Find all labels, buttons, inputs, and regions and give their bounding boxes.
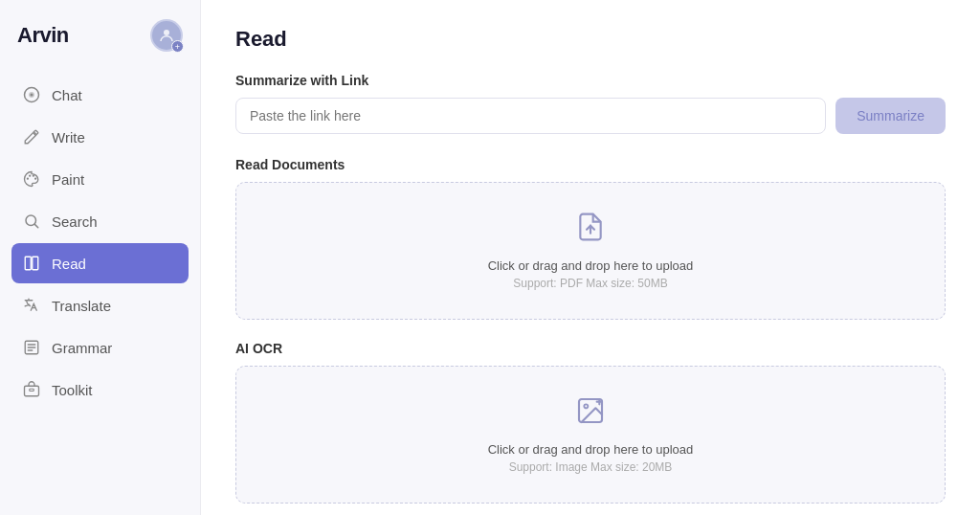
ai-ocr-section: AI OCR Click or drag and drop here to up… xyxy=(235,341,946,504)
sidebar: Arvin + Chat xyxy=(0,0,201,515)
svg-point-16 xyxy=(584,404,588,408)
main-content: Read Summarize with Link Summarize Read … xyxy=(201,0,980,515)
svg-point-4 xyxy=(27,178,29,180)
link-input[interactable] xyxy=(235,98,826,134)
summarize-section: Summarize with Link Summarize xyxy=(235,73,946,134)
avatar[interactable]: + xyxy=(150,19,183,52)
sidebar-nav: Chat Write Paint xyxy=(11,75,189,412)
sidebar-item-paint[interactable]: Paint xyxy=(11,159,189,199)
svg-point-7 xyxy=(34,178,36,180)
image-upload-icon xyxy=(575,395,606,433)
sidebar-item-grammar[interactable]: Grammar xyxy=(11,327,189,368)
pdf-upload-icon xyxy=(575,212,606,249)
svg-point-6 xyxy=(33,175,34,177)
read-docs-label: Read Documents xyxy=(235,157,946,172)
sidebar-item-write-label: Write xyxy=(52,129,85,146)
grammar-icon xyxy=(21,337,42,358)
avatar-plus-icon: + xyxy=(171,40,184,53)
sidebar-item-search-label: Search xyxy=(52,213,98,230)
sidebar-item-toolkit-label: Toolkit xyxy=(52,382,93,398)
app-title: Arvin xyxy=(17,23,69,48)
svg-point-5 xyxy=(29,175,31,177)
read-icon xyxy=(21,253,42,274)
page-title: Read xyxy=(235,27,946,52)
ai-ocr-upload-zone[interactable]: Click or drag and drop here to upload Su… xyxy=(235,366,946,504)
svg-rect-9 xyxy=(25,257,31,270)
read-docs-section: Read Documents Click or drag and drop he… xyxy=(235,157,946,320)
chat-icon xyxy=(21,84,42,105)
read-docs-upload-text: Click or drag and drop here to upload xyxy=(488,258,694,273)
sidebar-item-paint-label: Paint xyxy=(52,171,84,188)
search-icon xyxy=(21,211,42,232)
sidebar-item-search[interactable]: Search xyxy=(11,201,189,241)
svg-point-0 xyxy=(164,30,169,35)
summarize-label: Summarize with Link xyxy=(235,73,946,88)
toolkit-icon xyxy=(21,379,42,400)
sidebar-item-toolkit[interactable]: Toolkit xyxy=(11,369,189,410)
summarize-row: Summarize xyxy=(235,98,946,134)
sidebar-item-translate[interactable]: Translate xyxy=(11,285,189,325)
sidebar-item-translate-label: Translate xyxy=(52,298,111,314)
read-docs-upload-subtext: Support: PDF Max size: 50MB xyxy=(513,277,667,290)
sidebar-item-chat-label: Chat xyxy=(52,87,82,103)
ai-ocr-upload-text: Click or drag and drop here to upload xyxy=(488,442,694,457)
ai-ocr-label: AI OCR xyxy=(235,341,946,356)
sidebar-item-read-label: Read xyxy=(52,256,86,272)
svg-rect-13 xyxy=(30,389,34,391)
svg-rect-10 xyxy=(33,257,38,270)
summarize-button[interactable]: Summarize xyxy=(835,98,946,134)
svg-point-3 xyxy=(31,94,33,97)
sidebar-header: Arvin + xyxy=(11,19,189,52)
sidebar-item-grammar-label: Grammar xyxy=(52,340,112,356)
translate-icon xyxy=(21,295,42,316)
sidebar-item-write[interactable]: Write xyxy=(11,117,189,157)
sidebar-item-read[interactable]: Read xyxy=(11,243,189,283)
paint-icon xyxy=(21,168,42,190)
read-docs-upload-zone[interactable]: Click or drag and drop here to upload Su… xyxy=(235,182,946,320)
ai-ocr-upload-subtext: Support: Image Max size: 20MB xyxy=(509,460,673,474)
sidebar-item-chat[interactable]: Chat xyxy=(11,75,189,115)
write-icon xyxy=(21,126,42,147)
